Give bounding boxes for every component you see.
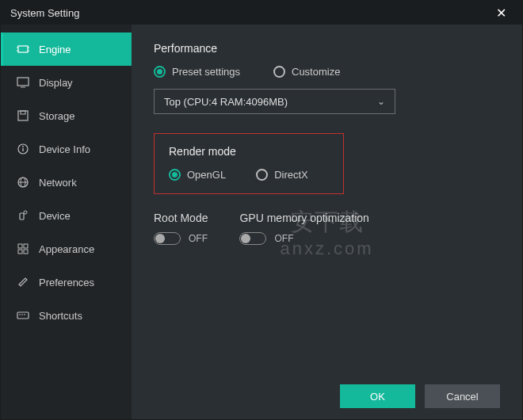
toggles-row: Root Mode OFF GPU memory optimization OF… [154,212,500,245]
shortcuts-icon [17,309,29,322]
footer: OK Cancel [154,375,500,408]
gpu-opt-state: OFF [274,233,293,244]
titlebar: System Setting ✕ [1,1,522,25]
root-mode-title: Root Mode [154,212,208,224]
sidebar-item-label: Device [39,210,71,222]
svg-point-11 [22,146,24,147]
gpu-opt-title: GPU memory optimization [239,212,368,224]
info-icon [17,143,29,155]
render-radio-row: OpenGL DirectX [169,169,329,181]
close-icon[interactable]: ✕ [490,2,513,24]
opengl-radio[interactable]: OpenGL [169,169,226,181]
preset-settings-radio[interactable]: Preset settings [154,66,240,78]
radio-icon [154,66,166,78]
sidebar-item-engine[interactable]: Engine [1,32,132,66]
svg-point-16 [24,211,27,214]
radio-icon [169,169,181,181]
performance-title: Performance [154,42,500,55]
chevron-down-icon: ⌄ [377,96,385,107]
radio-label: Customize [292,66,340,78]
svg-rect-5 [17,78,29,86]
sidebar-item-label: Storage [39,110,75,122]
svg-rect-8 [21,111,25,114]
radio-label: DirectX [274,169,308,181]
radio-label: Preset settings [172,66,240,78]
sidebar-item-device-info[interactable]: Device Info [1,132,132,166]
svg-rect-7 [18,111,28,120]
appearance-icon [17,242,29,255]
network-icon [17,176,29,189]
svg-rect-21 [17,312,29,319]
sidebar: Engine Display Storage Device Info Netwo… [1,25,132,419]
radio-icon [273,66,285,78]
window-title: System Setting [10,7,79,19]
radio-label: OpenGL [187,169,226,181]
sidebar-item-label: Engine [39,44,71,55]
svg-rect-19 [18,250,22,254]
svg-rect-20 [24,250,28,254]
sidebar-item-device[interactable]: Device [1,199,132,232]
sidebar-item-storage[interactable]: Storage [1,99,132,132]
sidebar-item-appearance[interactable]: Appearance [1,232,132,265]
directx-radio[interactable]: DirectX [256,169,308,181]
device-icon [17,209,29,222]
sidebar-item-shortcuts[interactable]: Shortcuts [1,299,132,332]
svg-rect-18 [24,244,28,248]
sidebar-item-label: Preferences [39,277,94,288]
display-icon [17,76,29,89]
preferences-icon [17,276,29,288]
root-mode-switch[interactable] [154,232,181,245]
cancel-button[interactable]: Cancel [425,384,500,408]
select-value: Top (CPU:4 RAM:4096MB) [164,96,288,108]
sidebar-item-network[interactable]: Network [1,166,132,199]
gpu-opt-group: GPU memory optimization OFF [239,212,368,245]
customize-radio[interactable]: Customize [273,66,340,78]
settings-window: System Setting ✕ Engine Display Storage … [0,0,523,420]
sidebar-item-label: Network [39,177,77,189]
sidebar-item-preferences[interactable]: Preferences [1,265,132,299]
sidebar-item-label: Shortcuts [39,310,82,322]
sidebar-item-display[interactable]: Display [1,66,132,99]
svg-rect-0 [18,46,28,52]
render-mode-group: Render mode OpenGL DirectX [154,133,344,194]
gpu-opt-switch[interactable] [239,232,266,245]
svg-rect-17 [18,244,22,248]
main-panel: Performance Preset settings Customize To… [132,25,522,419]
storage-icon [17,109,29,122]
engine-icon [17,43,29,55]
render-mode-title: Render mode [169,145,329,158]
root-mode-group: Root Mode OFF [154,212,208,245]
radio-icon [256,169,268,181]
ok-button[interactable]: OK [340,384,415,408]
root-mode-state: OFF [189,233,208,244]
sidebar-item-label: Appearance [39,243,94,255]
sidebar-item-label: Display [39,77,73,89]
performance-radio-row: Preset settings Customize [154,66,500,78]
window-body: Engine Display Storage Device Info Netwo… [1,25,522,419]
performance-preset-select[interactable]: Top (CPU:4 RAM:4096MB) ⌄ [154,89,395,114]
svg-rect-15 [20,213,24,220]
sidebar-item-label: Device Info [39,143,90,155]
